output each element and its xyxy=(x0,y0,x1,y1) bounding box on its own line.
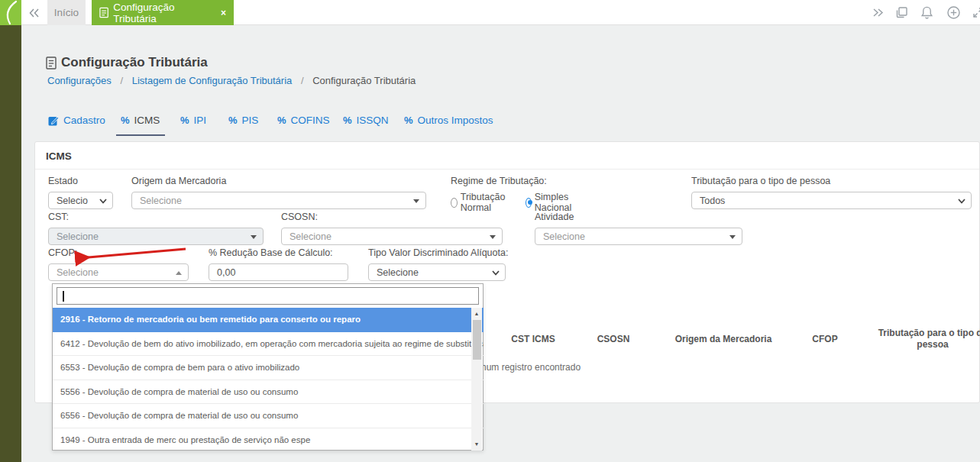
radio-tributacao-normal[interactable]: Tributação Normal xyxy=(451,192,509,213)
document-icon xyxy=(99,7,108,18)
triangle-up-icon xyxy=(176,271,182,275)
cfop-option[interactable]: 5556 - Devolução de compra de material d… xyxy=(53,380,484,405)
cfop-option-highlighted[interactable]: 2916 - Retorno de mercadoria ou bem reme… xyxy=(53,308,484,332)
collapse-tabs-button[interactable] xyxy=(27,6,41,20)
chevron-down-icon xyxy=(492,270,500,276)
brand-logo[interactable] xyxy=(0,0,21,25)
cfop-select[interactable]: Selecione xyxy=(48,263,189,281)
tab-inicio[interactable]: Início xyxy=(47,0,86,25)
cst-label: CST: xyxy=(48,212,264,224)
percent-icon: % xyxy=(121,115,130,126)
topbar: Início Configuração Tributária × xyxy=(21,0,980,25)
tab-issqn[interactable]: % ISSQN xyxy=(343,115,389,126)
percent-icon: % xyxy=(228,115,238,126)
triangle-down-icon xyxy=(729,235,736,239)
tab-configuracao-tributaria[interactable]: Configuração Tributária × xyxy=(92,0,234,25)
tributacao-pessoa-select[interactable]: Todos xyxy=(691,192,972,209)
panel-title: ICMS xyxy=(46,150,72,162)
cfop-option[interactable]: 6553 - Devolução de compra de bem para o… xyxy=(53,356,484,380)
percent-icon: % xyxy=(404,115,413,126)
tipo-valor-select[interactable]: Selecione xyxy=(368,263,506,281)
cfop-option[interactable]: 6412 - Devolução de bem do ativo imobili… xyxy=(53,332,484,357)
close-tab-icon[interactable]: × xyxy=(221,8,226,18)
cfop-options-list: 2916 - Retorno de mercadoria ou bem reme… xyxy=(53,308,484,451)
origem-mercadoria-label: Origem da Mercadoria xyxy=(131,176,426,188)
panel-divider xyxy=(35,169,979,170)
tributacao-pessoa-label: Tributação para o tipo de pessoa xyxy=(691,176,972,188)
chevron-down-icon xyxy=(99,199,107,204)
active-tab-underline xyxy=(116,134,165,136)
atividade-label: Atividade xyxy=(535,212,742,224)
expand-arrows-icon xyxy=(971,5,980,20)
dropdown-scrollbar[interactable]: ▲ ▼ xyxy=(471,308,482,451)
breadcrumb-configuracoes[interactable]: Configurações xyxy=(47,75,112,86)
add-button[interactable] xyxy=(946,5,961,20)
tab-icms[interactable]: % ICMS xyxy=(121,115,160,126)
double-chevron-right-icon xyxy=(871,5,885,20)
app-window: Início Configuração Tributária × xyxy=(0,0,980,462)
csosn-label: CSOSN: xyxy=(281,212,503,224)
reducao-base-input[interactable]: 0,00 xyxy=(209,263,348,281)
tab-outros-impostos[interactable]: % Outros Impostos xyxy=(404,115,493,126)
breadcrumb-listagem[interactable]: Listagem de Configuração Tributária xyxy=(132,75,293,86)
tab-inicio-label: Início xyxy=(54,7,79,18)
scrollbar-thumb[interactable] xyxy=(473,320,481,360)
breadcrumb-current: Configuração Tributária xyxy=(312,75,416,86)
triangle-down-icon xyxy=(251,235,257,239)
cfop-dropdown-panel: 2916 - Retorno de mercadoria ou bem reme… xyxy=(52,283,484,451)
tab-cofins-label: COFINS xyxy=(291,115,330,126)
scroll-up-icon[interactable]: ▲ xyxy=(471,309,482,319)
plus-circle-icon xyxy=(946,5,961,20)
regime-radio-group: Tributação Normal Simples Nacional xyxy=(451,192,575,213)
tab-cofins[interactable]: % COFINS xyxy=(277,115,330,126)
radio-off-icon xyxy=(451,198,458,208)
tab-pis-label: PIS xyxy=(242,115,259,126)
percent-icon: % xyxy=(343,115,352,126)
left-sidebar[interactable] xyxy=(0,0,21,462)
tab-outros-impostos-label: Outros Impostos xyxy=(418,115,493,126)
tab-ipi[interactable]: % IPI xyxy=(180,115,206,126)
cst-select[interactable]: Selecione xyxy=(48,228,264,245)
tab-issqn-label: ISSQN xyxy=(357,115,389,126)
tab-ipi-label: IPI xyxy=(194,115,207,126)
percent-icon: % xyxy=(277,115,286,126)
col-header-tributacao-pessoa: Tributação para o tipo de pessoa xyxy=(875,328,980,351)
tab-pis[interactable]: % PIS xyxy=(228,115,258,126)
atividade-select[interactable]: Selecione xyxy=(535,228,742,245)
estado-select[interactable]: Selecio xyxy=(48,192,113,209)
stacked-windows-icon xyxy=(894,5,909,20)
tipo-valor-label: Tipo Valor Discriminado Alíquota: xyxy=(368,247,506,260)
percent-icon: % xyxy=(180,115,189,126)
col-header-csosn: CSOSN xyxy=(568,334,659,345)
estado-label: Estado xyxy=(48,176,113,188)
cfop-option[interactable]: 1949 - Outra entrada de merc ou prestaçã… xyxy=(53,428,484,451)
col-header-cst-icms: CST ICMS xyxy=(487,334,579,345)
origem-mercadoria-select[interactable]: Selecione xyxy=(131,192,426,209)
cfop-search-input[interactable] xyxy=(57,287,479,305)
cfop-label: CFOP: xyxy=(48,247,189,260)
notifications-button[interactable] xyxy=(920,5,934,20)
reducao-base-label: % Redução Base de Cálculo: xyxy=(209,247,348,260)
col-header-cfop: CFOP xyxy=(787,334,863,345)
fullscreen-button[interactable] xyxy=(971,5,980,20)
breadcrumb: Configurações / Listagem de Configuração… xyxy=(47,75,416,86)
triangle-down-icon xyxy=(490,235,496,239)
tab-cadastro[interactable]: Cadastro xyxy=(48,115,105,126)
breadcrumb-separator: / xyxy=(120,75,123,86)
radio-on-icon xyxy=(526,198,532,208)
tab-cadastro-label: Cadastro xyxy=(63,115,105,126)
tab-configuracao-label: Configuração Tributária xyxy=(113,2,214,24)
col-header-origem: Origem da Mercadoria xyxy=(655,334,792,345)
breadcrumb-separator: / xyxy=(301,75,304,86)
csosn-select[interactable]: Selecione xyxy=(281,228,503,245)
leaf-logo-icon xyxy=(0,0,21,25)
cfop-option[interactable]: 6556 - Devolução de compra de material d… xyxy=(53,404,484,428)
radio-simples-nacional[interactable]: Simples Nacional xyxy=(526,192,576,213)
edit-icon xyxy=(48,115,59,126)
page-title-doc-icon xyxy=(46,57,57,69)
windows-button[interactable] xyxy=(894,5,909,20)
fast-forward-button[interactable] xyxy=(871,5,885,20)
scroll-down-icon[interactable]: ▼ xyxy=(471,439,482,450)
text-caret xyxy=(63,291,64,302)
bell-icon xyxy=(920,5,934,20)
